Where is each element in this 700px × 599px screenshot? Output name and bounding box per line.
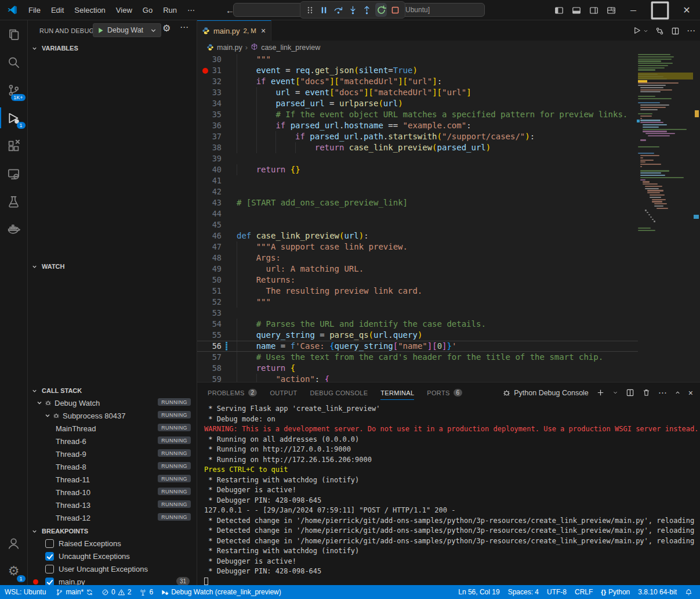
callstack-item[interactable]: Debug Watch RUNNING: [28, 396, 197, 409]
callstack-item[interactable]: Thread-12 RUNNING: [28, 511, 197, 524]
menu-selection[interactable]: Selection: [69, 3, 110, 17]
breakpoint-item[interactable]: User Uncaught Exceptions: [28, 562, 197, 575]
tab-main-py[interactable]: main.py 2, M ×: [197, 20, 271, 41]
activity-search[interactable]: [0, 48, 28, 76]
menu-go[interactable]: Go: [137, 3, 158, 17]
menu-edit[interactable]: Edit: [46, 3, 69, 17]
line-gutter[interactable]: 52: [197, 297, 237, 308]
status-crlf[interactable]: CRLF: [571, 585, 597, 599]
section-variables[interactable]: VARIABLES: [28, 42, 197, 54]
callstack-item[interactable]: Thread-8 RUNNING: [28, 460, 197, 473]
callstack-item[interactable]: MainThread RUNNING: [28, 422, 197, 435]
split-editor-icon[interactable]: [671, 26, 680, 36]
line-gutter[interactable]: 58: [197, 363, 237, 374]
breadcrumb-file[interactable]: main.py: [217, 44, 242, 52]
new-terminal-icon[interactable]: [596, 388, 605, 397]
status-debug-alt[interactable]: Debug Watch (create_link_preview): [157, 585, 285, 599]
minimize-button[interactable]: ─: [620, 0, 647, 20]
terminal-dropdown-icon[interactable]: [612, 388, 618, 397]
line-gutter[interactable]: 57: [197, 352, 237, 363]
editor-more-actions[interactable]: ⋯: [687, 26, 695, 36]
status-error[interactable]: 02: [97, 585, 135, 599]
terminal-instance[interactable]: Python Debug Console: [502, 388, 589, 397]
minimap[interactable]: [638, 54, 693, 382]
status-utf-8[interactable]: UTF-8: [543, 585, 571, 599]
status-remote[interactable]: WSL: Ubuntu: [0, 585, 52, 599]
line-gutter[interactable]: 39: [197, 153, 237, 164]
menu-file[interactable]: File: [23, 3, 46, 17]
panel-tab-debug-console[interactable]: DEBUG CONSOLE: [310, 383, 368, 403]
step-out-icon[interactable]: [361, 3, 373, 17]
menu-run[interactable]: Run: [158, 3, 182, 17]
callstack-item[interactable]: Thread-6 RUNNING: [28, 435, 197, 448]
breakpoint-checkbox[interactable]: [45, 539, 54, 548]
line-gutter[interactable]: 33: [197, 87, 237, 98]
code-editor[interactable]: 30 """ 31 event = req.get_json(silent=Tr…: [197, 54, 700, 382]
panel-tab-problems[interactable]: PROBLEMS2: [208, 383, 257, 403]
breakpoint-item[interactable]: Raised Exceptions: [28, 537, 197, 550]
start-debug-icon[interactable]: [97, 27, 104, 34]
activity-docker[interactable]: [0, 215, 28, 243]
line-gutter[interactable]: 51: [197, 286, 237, 297]
line-gutter[interactable]: 54: [197, 319, 237, 330]
panel-tab-ports[interactable]: PORTS6: [427, 383, 462, 403]
gripper-icon[interactable]: [304, 3, 316, 17]
activity-extensions[interactable]: [0, 132, 28, 160]
breakpoint-dot[interactable]: [202, 68, 208, 74]
activity-testing[interactable]: [0, 187, 28, 215]
callstack-item[interactable]: Thread-11 RUNNING: [28, 473, 197, 486]
activity-run-and-debug[interactable]: 1: [0, 104, 28, 132]
restart-icon[interactable]: [375, 3, 387, 17]
line-gutter[interactable]: 56: [197, 341, 237, 352]
debug-config-picker[interactable]: Debug Wat: [93, 23, 161, 37]
status-radio[interactable]: 6: [135, 585, 157, 599]
close-panel-icon[interactable]: ×: [688, 388, 693, 398]
status-spaces-4[interactable]: Spaces: 4: [504, 585, 543, 599]
panel-more-actions[interactable]: ⋯: [658, 388, 667, 398]
pause-icon[interactable]: [318, 3, 331, 17]
step-over-icon[interactable]: [332, 3, 344, 17]
line-gutter[interactable]: 31: [197, 65, 237, 76]
line-gutter[interactable]: 38: [197, 142, 237, 153]
status-bell[interactable]: [681, 585, 697, 599]
panel-tab-output[interactable]: OUTPUT: [270, 383, 297, 403]
activity-explorer[interactable]: [0, 20, 28, 48]
line-gutter[interactable]: 49: [197, 264, 237, 275]
layout-panel-icon[interactable]: [568, 2, 585, 19]
kill-terminal-icon[interactable]: [642, 388, 651, 397]
maximize-button[interactable]: [647, 0, 673, 20]
menu-more[interactable]: ⋯: [182, 3, 200, 17]
line-gutter[interactable]: 42: [197, 186, 237, 197]
breakpoint-checkbox[interactable]: [45, 552, 54, 561]
line-gutter[interactable]: 45: [197, 219, 237, 230]
line-gutter[interactable]: 50: [197, 275, 237, 286]
terminal-output[interactable]: * Serving Flask app 'create_link_preview…: [197, 403, 700, 585]
breakpoint-checkbox[interactable]: [45, 565, 54, 573]
line-gutter[interactable]: 55: [197, 330, 237, 341]
status-python[interactable]: {}Python: [597, 585, 634, 599]
stop-icon[interactable]: [389, 3, 401, 17]
breakpoint-item[interactable]: Uncaught Exceptions: [28, 550, 197, 562]
callstack-item[interactable]: Thread-10 RUNNING: [28, 486, 197, 499]
run-python-file-icon[interactable]: [633, 26, 648, 36]
debug-settings-gear-icon[interactable]: ⚙: [162, 24, 171, 33]
line-gutter[interactable]: 46: [197, 230, 237, 241]
activity-source-control[interactable]: 1K+: [0, 76, 28, 104]
split-terminal-icon[interactable]: [626, 388, 634, 397]
line-gutter[interactable]: 47: [197, 241, 237, 252]
step-into-icon[interactable]: [347, 3, 359, 17]
line-gutter[interactable]: 32: [197, 76, 237, 87]
layout-sidebar-right-icon[interactable]: [585, 2, 603, 19]
activity-accounts[interactable]: [0, 529, 28, 557]
activity-remote-explorer[interactable]: [0, 160, 28, 187]
line-gutter[interactable]: 44: [197, 208, 237, 219]
maximize-panel-icon[interactable]: [674, 388, 681, 397]
line-gutter[interactable]: 36: [197, 120, 237, 131]
status-ln-56-col-19[interactable]: Ln 56, Col 19: [454, 585, 503, 599]
line-gutter[interactable]: 48: [197, 252, 237, 264]
line-gutter[interactable]: 41: [197, 175, 237, 186]
callstack-item[interactable]: Thread-9 RUNNING: [28, 448, 197, 460]
line-gutter[interactable]: 37: [197, 131, 237, 142]
panel-tab-terminal[interactable]: TERMINAL: [380, 383, 414, 403]
line-gutter[interactable]: 59: [197, 374, 237, 382]
